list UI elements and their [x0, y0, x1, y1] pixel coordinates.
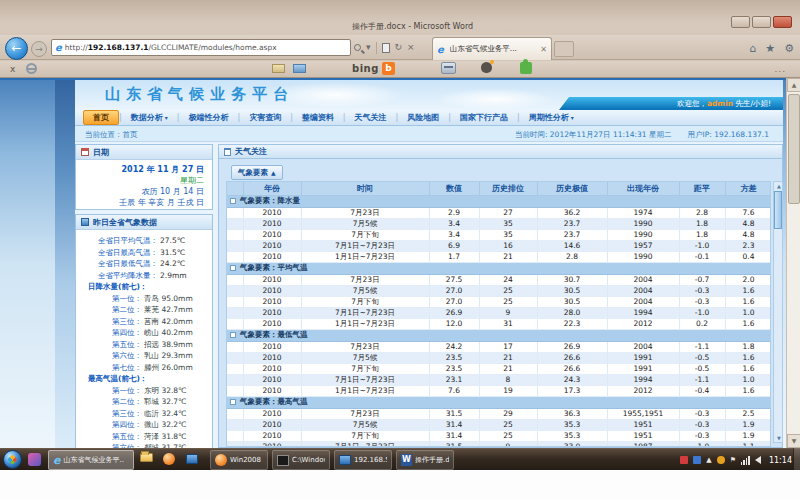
favorites-star-icon[interactable]: ★: [765, 42, 775, 55]
table-row[interactable]: 20107月5候3.43523.719901.84.8: [227, 218, 771, 229]
table-row[interactable]: 20107月5候27.02530.52004-0.31.6: [227, 285, 771, 296]
collapse-checkbox[interactable]: [230, 332, 236, 338]
nav-tab-0[interactable]: 首页: [83, 110, 119, 125]
forward-button[interactable]: →: [31, 41, 47, 57]
minimize-button[interactable]: [731, 16, 750, 28]
table-row[interactable]: 20101月1日~7月23日7.61917.32012-0.41.6: [227, 385, 771, 396]
nav-tab-6[interactable]: 风险地图: [398, 111, 448, 124]
stat-value: 31.5℃: [158, 247, 185, 259]
row-selector-cell: [227, 374, 243, 385]
network-icon[interactable]: [741, 456, 750, 465]
table-row[interactable]: 20107月1日~7月23日6.91614.61957-1.02.3: [227, 240, 771, 251]
table-row[interactable]: 20107月23日27.52430.72004-0.72.0: [227, 274, 771, 285]
group-row[interactable]: 气象要素：平均气温: [227, 262, 771, 274]
toolbar-overflow-icon[interactable]: ...: [774, 64, 786, 74]
maximize-button[interactable]: [752, 16, 771, 28]
message-icon[interactable]: [293, 64, 306, 73]
rank-label: 第二位：: [78, 304, 142, 316]
address-bar[interactable]: e http://192.168.137.1/GLCCLIMATE/module…: [51, 39, 351, 56]
nav-tab-1[interactable]: 数据分析▾: [122, 111, 177, 124]
nav-tab-7[interactable]: 国家下行产品: [451, 111, 517, 124]
browser-scrollbar[interactable]: ▲ ▼: [786, 78, 800, 448]
home-icon[interactable]: ⌂: [749, 42, 756, 55]
taskbar-window-2[interactable]: C:\Windows\s...: [272, 450, 330, 470]
table-row[interactable]: 20101月1日~7月23日1.7212.81990-0.10.4: [227, 251, 771, 262]
addon-puzzle-icon[interactable]: [520, 62, 532, 74]
table-cell: 3.4: [429, 229, 479, 240]
taskbar-window-4[interactable]: W操作手册.docx -...: [396, 450, 454, 470]
action-center-flag-icon[interactable]: ⚑: [730, 456, 736, 464]
browser-tab[interactable]: e 山东省气候业务平... ✕: [432, 37, 552, 60]
toolbar-close-button[interactable]: x: [10, 64, 15, 74]
element-filter-button[interactable]: 气象要素▲: [231, 165, 283, 180]
paw-icon[interactable]: [481, 62, 492, 73]
tray-up-arrow-icon[interactable]: ▲: [706, 456, 711, 464]
start-button[interactable]: [3, 450, 22, 469]
stop-icon[interactable]: ×: [407, 43, 415, 52]
browser-scrollbar-thumb[interactable]: [788, 94, 800, 204]
table-cell: 2004: [607, 341, 679, 352]
table-row[interactable]: 20107月下旬27.02530.52004-0.31.6: [227, 296, 771, 307]
tab-close-icon[interactable]: ✕: [540, 45, 547, 54]
compatibility-view-icon[interactable]: [382, 43, 390, 53]
pinned-app-icon[interactable]: [28, 453, 41, 466]
new-tab-button[interactable]: [554, 41, 574, 57]
nav-tab-4[interactable]: 整编资料: [293, 111, 343, 124]
nav-tab-2[interactable]: 极端性分析: [179, 111, 237, 124]
bing-toolbar-logo[interactable]: bing b: [352, 62, 395, 75]
table-row[interactable]: 20107月下旬31.42535.31951-0.31.9: [227, 430, 771, 441]
table-row[interactable]: 20107月1日~7月23日23.1824.31994-1.11.0: [227, 374, 771, 385]
nav-tab-3[interactable]: 灾害查询: [240, 111, 290, 124]
table-row[interactable]: 20107月23日31.52936.31955,1951-0.32.5: [227, 408, 771, 419]
taskbar-window-0[interactable]: e山东省气候业务平..: [48, 450, 134, 470]
table-cell: 35.3: [537, 419, 607, 430]
nav-tab-5[interactable]: 天气关注: [346, 111, 396, 124]
chevron-down-icon[interactable]: ▾: [366, 43, 371, 52]
table-cell: 30.5: [537, 285, 607, 296]
media-app-icon[interactable]: [163, 453, 175, 465]
table-scrollbar[interactable]: ▲ ▼: [773, 181, 783, 443]
back-button[interactable]: ←: [5, 37, 28, 60]
collapse-checkbox[interactable]: [230, 399, 236, 405]
table-row[interactable]: 20107月23日24.21726.92004-1.11.8: [227, 341, 771, 352]
blocker-icon[interactable]: [26, 63, 37, 74]
table-cell: 23.5: [429, 352, 479, 363]
collapse-checkbox[interactable]: [230, 265, 236, 271]
settings-gear-icon[interactable]: ⚙: [784, 42, 794, 55]
volume-icon[interactable]: [755, 456, 761, 464]
taskbar-window-3[interactable]: 192.168.58.99...: [334, 450, 392, 470]
scroll-down-button[interactable]: ▼: [787, 434, 800, 448]
scroll-up-icon[interactable]: ▲: [775, 183, 783, 189]
table-row[interactable]: 20107月1日~7月23日31.5933.01987-1.01.1: [227, 441, 771, 447]
scroll-down-icon[interactable]: ▼: [775, 435, 783, 441]
nav-tab-8[interactable]: 周期性分析▾: [520, 111, 583, 124]
row-selector-cell: [227, 296, 243, 307]
tray-language-icon[interactable]: [693, 456, 701, 464]
table-row[interactable]: 20107月23日2.92736.219742.87.6: [227, 207, 771, 218]
close-button[interactable]: [773, 16, 792, 28]
table-row[interactable]: 20107月下旬3.43523.719901.84.8: [227, 229, 771, 240]
table-row[interactable]: 20107月下旬23.52126.61991-0.51.6: [227, 363, 771, 374]
player-app-icon[interactable]: [186, 454, 198, 464]
explorer-folder-icon[interactable]: [140, 453, 153, 462]
refresh-icon[interactable]: ↻: [395, 43, 403, 52]
table-row[interactable]: 20107月5候23.52126.61991-0.51.6: [227, 352, 771, 363]
mail-icon[interactable]: [272, 64, 285, 73]
table-row[interactable]: 20101月1日~7月23日12.03122.320120.21.6: [227, 318, 771, 329]
wallet-icon[interactable]: [441, 62, 456, 74]
table-row[interactable]: 20107月5候31.42535.31951-0.31.9: [227, 419, 771, 430]
table-scrollbar-thumb[interactable]: [774, 191, 782, 229]
taskbar-window-1[interactable]: Win2008 (V52...: [210, 450, 268, 470]
tray-badge-icon[interactable]: [680, 456, 688, 464]
section-title: 日降水量(前七)：: [78, 281, 209, 293]
group-row[interactable]: 气象要素：最高气温: [227, 396, 771, 408]
group-row[interactable]: 气象要素：最低气温: [227, 329, 771, 341]
tray-security-icon[interactable]: [717, 456, 725, 464]
collapse-checkbox[interactable]: [230, 198, 236, 204]
table-row[interactable]: 20107月1日~7月23日26.9928.01994-1.01.0: [227, 307, 771, 318]
taskbar-clock[interactable]: 11:14: [769, 456, 792, 465]
search-icon[interactable]: [354, 44, 361, 51]
group-row[interactable]: 气象要素：降水量: [227, 195, 771, 207]
show-desktop-button[interactable]: [793, 448, 800, 470]
scroll-up-button[interactable]: ▲: [787, 78, 800, 92]
